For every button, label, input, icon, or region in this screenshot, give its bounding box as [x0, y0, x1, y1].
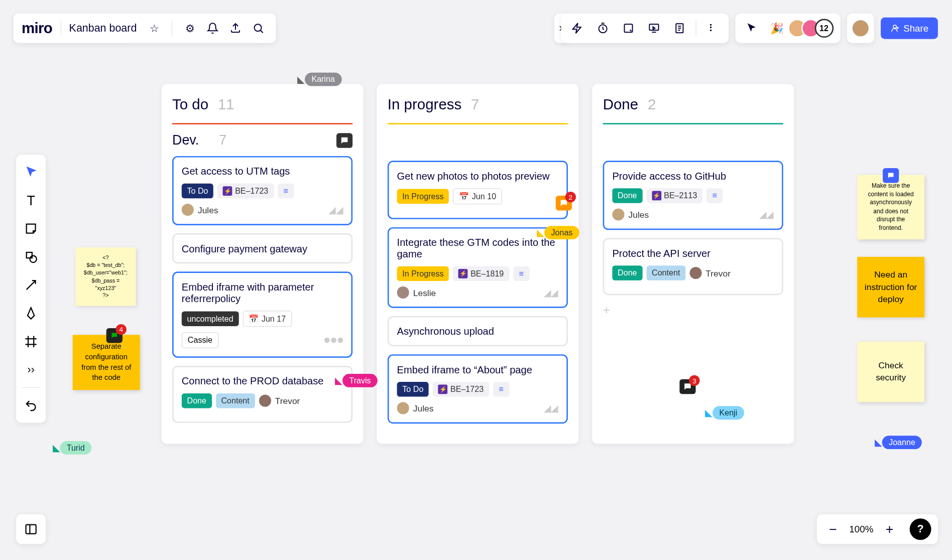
avatar-icon	[259, 395, 271, 407]
zoom-value: 100%	[849, 524, 873, 534]
cursor-tool-icon[interactable]	[742, 19, 761, 38]
column-count: 2	[648, 96, 656, 114]
comment-bubble-icon[interactable]: 2	[556, 196, 572, 210]
priority-icon: ≡	[278, 184, 294, 198]
card[interactable]: Provide access to GitHub Done ⚡BE–2113 ≡…	[603, 161, 783, 230]
avatar[interactable]	[851, 19, 870, 38]
bolt-icon[interactable]	[567, 19, 586, 38]
sticky-note[interactable]: Check security	[857, 342, 924, 402]
export-icon[interactable]	[226, 19, 246, 38]
card[interactable]: Configure payment gateway	[172, 233, 352, 263]
cursor-icon: ◣	[875, 437, 882, 448]
assignee: Jules	[612, 208, 649, 220]
top-toolbar-left: miro Kanban board ☆ ⚙	[14, 14, 276, 43]
sticky-text: Make sure the content is loaded asynchro…	[868, 182, 914, 231]
svg-rect-6	[27, 252, 32, 258]
star-icon[interactable]: ☆	[145, 19, 164, 38]
bolt-icon: ⚡	[652, 191, 661, 201]
apps-panel: ⠇	[561, 14, 729, 43]
avatar-icon	[397, 287, 409, 299]
column-count: 7	[471, 96, 479, 114]
cursor-icon: ◣	[537, 227, 544, 238]
status-tag: To Do	[182, 184, 213, 198]
comment-icon[interactable]: 4	[106, 328, 123, 343]
card[interactable]: Embed iframe with parameter referrerpoli…	[172, 271, 352, 358]
cursor-icon: ◣	[297, 74, 305, 84]
reactions-icon[interactable]: 🎉	[767, 19, 786, 38]
column-title: Done	[603, 96, 638, 114]
zoom-out-button[interactable]: −	[823, 520, 843, 539]
assignee: Jules	[397, 402, 434, 414]
sticky-note[interactable]: Make sure the content is loaded asynchro…	[857, 175, 924, 239]
card[interactable]: Asynchronous upload	[388, 316, 568, 346]
undo-icon[interactable]	[19, 393, 43, 417]
link-icon: ◢◢	[328, 204, 343, 215]
sticky-note[interactable]: Need an instruction for deploy	[857, 257, 924, 318]
card[interactable]: Protect the API server Done Content Trev…	[603, 238, 783, 295]
card[interactable]: Get access to UTM tags To Do ⚡BE–1723 ≡ …	[172, 156, 352, 225]
timer-icon[interactable]	[593, 19, 612, 38]
board-title[interactable]: Kanban board	[69, 22, 137, 34]
divider	[172, 20, 172, 36]
assignee: Leslie	[397, 287, 436, 299]
add-card-button[interactable]: +	[603, 303, 783, 317]
comment-icon[interactable]	[336, 133, 352, 148]
bell-icon[interactable]	[203, 19, 222, 38]
pen-tool-icon[interactable]	[19, 301, 43, 325]
priority-icon: ≡	[493, 382, 509, 396]
left-toolbar: T ››	[16, 155, 46, 423]
badge-count: 2	[565, 192, 576, 202]
card[interactable]: Embed iframe to “About” page To Do ⚡BE–1…	[388, 354, 568, 424]
sticky-text: Check security	[864, 360, 918, 384]
settings-icon[interactable]: ⚙	[180, 19, 199, 38]
card[interactable]: Get new photos to photos preview In Prog…	[388, 161, 568, 219]
more-icon[interactable]: ⠇	[703, 19, 722, 38]
card-title: Get access to UTM tags	[182, 166, 343, 177]
sticky-tool-icon[interactable]	[19, 216, 43, 240]
avatar-stack[interactable]: 12	[793, 19, 833, 38]
cursor-name: Joanne	[882, 436, 922, 449]
column-title: In progress	[388, 96, 461, 114]
bolt-icon: ⚡	[458, 269, 468, 278]
date-tag: 📅 Jun 10	[453, 188, 502, 204]
badge-count: 3	[689, 375, 699, 386]
logo[interactable]: miro	[22, 20, 52, 37]
panel-toggle-button[interactable]	[16, 514, 46, 544]
swimlane-count: 7	[219, 132, 226, 148]
card[interactable]: Connect to the PROD database Done Conten…	[172, 366, 352, 423]
present-icon[interactable]	[644, 19, 663, 38]
assignee: Trevor	[259, 395, 300, 407]
select-tool-icon[interactable]	[19, 160, 43, 184]
zoom-in-button[interactable]: +	[880, 520, 899, 539]
frame-icon[interactable]	[619, 19, 638, 38]
search-icon[interactable]	[249, 19, 268, 38]
sticky-note[interactable]: 4 Separate configuration from the rest o…	[73, 335, 140, 389]
dots-icon	[324, 338, 343, 343]
id-tag: ⚡BE–1723	[217, 184, 274, 198]
share-button[interactable]: Share	[881, 18, 938, 39]
column-divider	[603, 123, 783, 124]
user-cursor: ◣ Joanne	[875, 436, 922, 449]
card-title: Connect to the PROD database	[182, 375, 343, 387]
sticky-note[interactable]: <? $db = "test_db"; $db_user="web1"; $db…	[75, 247, 136, 306]
shape-tool-icon[interactable]	[19, 245, 43, 269]
text-tool-icon[interactable]: T	[19, 188, 43, 212]
share-label: Share	[903, 23, 928, 34]
status-tag: Done	[612, 265, 642, 280]
cursor-icon: ◣	[335, 375, 342, 386]
help-button[interactable]: ?	[910, 518, 931, 540]
avatar-count[interactable]: 12	[814, 19, 834, 38]
frame-tool-icon[interactable]	[19, 330, 43, 354]
comment-icon[interactable]	[883, 168, 899, 183]
divider	[60, 20, 61, 36]
id-tag: ⚡BE–1819	[453, 266, 509, 281]
divider	[22, 387, 41, 388]
arrow-tool-icon[interactable]	[19, 273, 43, 297]
badge-count: 4	[115, 324, 126, 335]
comment-bubble-icon[interactable]: 3	[679, 379, 695, 394]
cursor-icon: ◣	[53, 443, 60, 453]
bolt-icon: ⚡	[438, 384, 448, 394]
column-inprogress: In progress 7 Get new photos to photos p…	[377, 84, 578, 444]
notes-icon[interactable]	[670, 19, 689, 38]
more-tools-icon[interactable]: ››	[19, 358, 43, 382]
